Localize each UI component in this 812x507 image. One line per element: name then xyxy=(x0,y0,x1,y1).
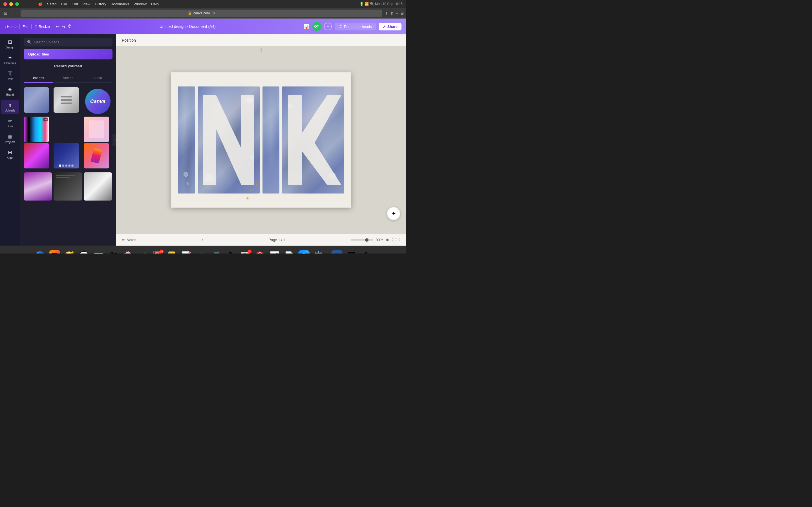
dock-finder[interactable]: 🔵 xyxy=(33,249,47,254)
canvas-wrapper[interactable] xyxy=(116,46,406,234)
menu-view[interactable]: View xyxy=(82,2,90,6)
share-button[interactable]: ↗ Share xyxy=(378,23,402,31)
print-letterheads-button[interactable]: 🖨 Print Letterheads xyxy=(335,23,376,31)
thumbnail-1[interactable] xyxy=(24,87,49,113)
canvas-document[interactable] xyxy=(171,72,351,208)
sidebar-item-uploads[interactable]: ⬆ Uploads xyxy=(1,100,19,114)
dock-mail[interactable]: ✉️ xyxy=(92,249,105,254)
record-yourself-button[interactable]: Record yourself xyxy=(24,62,112,70)
help-icon[interactable]: ? xyxy=(398,238,400,242)
menu-edit[interactable]: Edit xyxy=(71,2,78,6)
dock-numbers[interactable]: 📊 xyxy=(268,249,282,254)
stats-icon[interactable]: 📊 xyxy=(304,24,309,29)
design-label: Design xyxy=(6,46,14,49)
upload-files-button[interactable]: Upload files ··· xyxy=(24,49,112,59)
dock-preferences[interactable]: ⚙️ xyxy=(312,249,325,254)
nav-back[interactable]: ‹ xyxy=(10,10,14,17)
minimize-button[interactable] xyxy=(9,2,13,6)
dock-launchpad[interactable]: ⊞ xyxy=(48,249,61,254)
search-box[interactable]: 🔍 xyxy=(24,38,112,47)
menu-file[interactable]: File xyxy=(61,2,67,6)
zoom-slider-thumb[interactable] xyxy=(365,238,368,242)
tab-videos[interactable]: Videos xyxy=(53,74,83,83)
magic-icon: ✦ xyxy=(391,210,396,217)
user-avatar[interactable]: OT xyxy=(312,22,321,31)
uploads-icon: ⬆ xyxy=(7,102,13,108)
scroll-indicator-bottom: ∧ xyxy=(201,238,203,241)
dock-photos[interactable]: 🌸 xyxy=(121,249,135,254)
sidebar-item-elements[interactable]: ✦ Elements xyxy=(1,52,19,67)
redo-button[interactable]: ↪ xyxy=(62,24,65,29)
nav-forward[interactable]: › xyxy=(15,10,18,17)
home-button[interactable]: ‹ Home xyxy=(4,24,17,29)
thumbnail-2[interactable] xyxy=(54,87,79,113)
dock-facetime[interactable]: 📹 xyxy=(136,249,149,254)
zoom-slider[interactable] xyxy=(350,239,373,240)
dock-safari[interactable]: 🧭 xyxy=(63,249,76,254)
menu-bookmarks[interactable]: Bookmarks xyxy=(111,2,129,6)
sidebar-toggle[interactable]: ⊡ xyxy=(2,10,9,17)
dock-preview[interactable]: 🖼 xyxy=(345,249,358,254)
download-icon[interactable]: ⬇ xyxy=(385,11,388,15)
maximize-button[interactable] xyxy=(15,2,19,6)
dock-calendar[interactable]: 📅 18 xyxy=(151,249,164,254)
dock-messages[interactable]: 💬 xyxy=(77,249,91,254)
dock-pages[interactable]: 📄 xyxy=(283,249,296,254)
sidebar-item-projects[interactable]: ▦ Projects xyxy=(1,131,19,146)
file-button[interactable]: File xyxy=(22,24,29,29)
thumbnail-3[interactable]: Canva xyxy=(85,89,110,114)
sidebar-item-apps[interactable]: ⊞ Apps xyxy=(1,147,19,162)
dock-notes[interactable]: 📝 xyxy=(180,249,193,254)
sidebar-item-text[interactable]: T Text xyxy=(1,68,19,83)
magic-button[interactable]: ✦ xyxy=(387,207,400,220)
tab-audio[interactable]: Audio xyxy=(83,74,112,83)
thumbnail-dark-interface[interactable] xyxy=(54,172,82,201)
thumbnail-menu[interactable]: ··· xyxy=(43,118,48,121)
dock-contacts[interactable]: 📒 xyxy=(165,249,179,254)
undo-button[interactable]: ↩ xyxy=(56,24,59,29)
sidebar-item-brand[interactable]: ◈ Brand xyxy=(1,84,19,99)
menu-help[interactable]: Help xyxy=(151,2,159,6)
search-input[interactable] xyxy=(34,40,109,44)
view-options-icon[interactable]: ⊞ xyxy=(400,11,404,15)
dock-divider xyxy=(327,250,328,254)
grid-view-icon[interactable]: ⊞ xyxy=(386,238,389,242)
thumbnail-colorstripes[interactable]: ··· xyxy=(24,117,49,142)
thumbnail-magazine[interactable] xyxy=(84,117,109,142)
dock-word[interactable]: W xyxy=(330,249,344,254)
thumbnail-woman-purple[interactable] xyxy=(24,172,52,201)
panel-collapse-handle[interactable]: › xyxy=(112,134,116,146)
sidebar-item-design[interactable]: ⊞ Design xyxy=(1,37,19,51)
menu-window[interactable]: Window xyxy=(134,2,147,6)
thumbnail-collage[interactable] xyxy=(24,143,49,168)
dock-music[interactable]: 🎵 xyxy=(209,249,223,254)
address-bar[interactable]: 🔒 canva.com ↺ xyxy=(20,10,382,17)
thumbnail-gradient-logo[interactable] xyxy=(84,143,109,168)
resize-button[interactable]: ⊡ Resize xyxy=(35,24,50,29)
canvas-area: Position xyxy=(116,34,406,245)
sidebar-item-draw[interactable]: ✏ Draw xyxy=(1,115,19,130)
dock-podcasts[interactable]: 🎙 xyxy=(224,249,238,254)
expand-icon[interactable]: ⛶ xyxy=(392,238,396,242)
menu-safari[interactable]: Safari xyxy=(47,2,57,6)
share-icon[interactable]: ⬆ xyxy=(390,11,394,15)
dock-appletv[interactable]: 📺 xyxy=(195,249,208,254)
thumbnail-woman-bw[interactable] xyxy=(84,172,112,201)
history-button[interactable]: ⏱ xyxy=(68,24,71,29)
refresh-icon[interactable]: ↺ xyxy=(213,11,215,15)
notes-button[interactable]: ✏ Notes xyxy=(122,238,136,242)
thumbnail-screen[interactable] xyxy=(54,143,79,168)
dock-keynote[interactable]: 🎯 xyxy=(253,249,267,254)
upload-more-options[interactable]: ··· xyxy=(103,52,108,57)
menu-apple[interactable]: 🍎 xyxy=(38,2,43,6)
close-button[interactable] xyxy=(3,2,7,6)
dock-trash[interactable]: 🗑 xyxy=(359,249,373,254)
menu-history[interactable]: History xyxy=(95,2,106,6)
dock-news[interactable]: 📰 5 xyxy=(239,249,252,254)
tab-images[interactable]: Images xyxy=(24,74,53,83)
add-collaborator-button[interactable]: + xyxy=(324,22,332,31)
thumbnail-scroll-indicator[interactable] xyxy=(24,170,26,171)
dock-appstore[interactable]: A xyxy=(297,249,311,254)
new-tab-icon[interactable]: + xyxy=(396,11,398,15)
dock-maps[interactable]: 🗺 xyxy=(107,249,120,254)
